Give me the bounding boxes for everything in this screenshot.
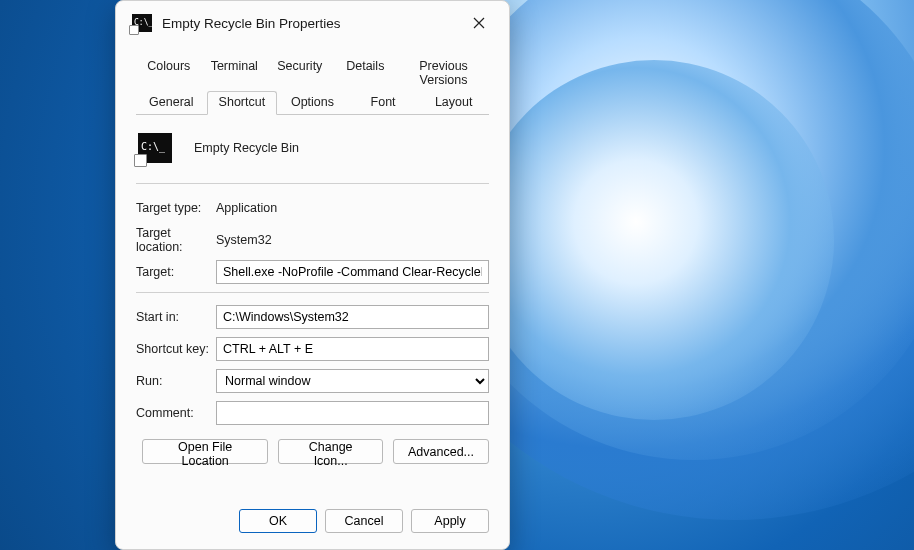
shortcut-name: Empty Recycle Bin	[194, 141, 299, 155]
start-in-input[interactable]	[216, 305, 489, 329]
tab-colours[interactable]: Colours	[136, 55, 202, 91]
close-icon	[473, 17, 485, 29]
tab-details[interactable]: Details	[333, 55, 399, 91]
cancel-button[interactable]: Cancel	[325, 509, 403, 533]
comment-label: Comment:	[136, 406, 216, 420]
tab-font[interactable]: Font	[348, 91, 419, 114]
window-title: Empty Recycle Bin Properties	[162, 16, 459, 31]
target-type-label: Target type:	[136, 201, 216, 215]
target-location-value: System32	[216, 233, 272, 247]
target-input[interactable]	[216, 260, 489, 284]
tab-general[interactable]: General	[136, 91, 207, 114]
comment-input[interactable]	[216, 401, 489, 425]
target-type-value: Application	[216, 201, 277, 215]
tab-options[interactable]: Options	[277, 91, 348, 114]
shortcut-key-label: Shortcut key:	[136, 342, 216, 356]
run-label: Run:	[136, 374, 216, 388]
tab-security[interactable]: Security	[267, 55, 333, 91]
change-icon-button[interactable]: Change Icon...	[278, 439, 383, 464]
tab-previous-versions[interactable]: Previous Versions	[398, 55, 489, 91]
shortcut-key-input[interactable]	[216, 337, 489, 361]
tab-terminal[interactable]: Terminal	[202, 55, 268, 91]
cmd-icon	[132, 14, 152, 32]
run-select[interactable]: Normal window	[216, 369, 489, 393]
divider	[136, 183, 489, 184]
target-location-label: Target location:	[136, 226, 216, 254]
target-label: Target:	[136, 265, 216, 279]
tab-layout[interactable]: Layout	[418, 91, 489, 114]
close-button[interactable]	[459, 8, 499, 38]
titlebar: Empty Recycle Bin Properties	[116, 1, 509, 45]
advanced-button[interactable]: Advanced...	[393, 439, 489, 464]
start-in-label: Start in:	[136, 310, 216, 324]
apply-button[interactable]: Apply	[411, 509, 489, 533]
divider	[136, 292, 489, 293]
ok-button[interactable]: OK	[239, 509, 317, 533]
tab-shortcut[interactable]: Shortcut	[207, 91, 278, 115]
properties-dialog: Empty Recycle Bin Properties Colours Ter…	[115, 0, 510, 550]
tab-row-2: General Shortcut Options Font Layout	[136, 91, 489, 114]
tab-row-1: Colours Terminal Security Details Previo…	[136, 55, 489, 91]
shortcut-large-icon	[138, 133, 172, 163]
open-file-location-button[interactable]: Open File Location	[142, 439, 268, 464]
